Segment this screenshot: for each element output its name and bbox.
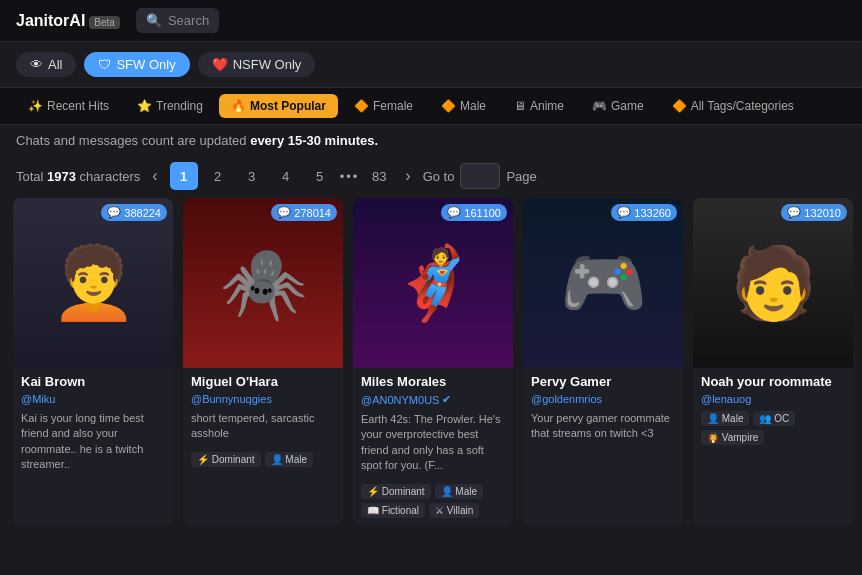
filter-sfw-label: SFW Only (116, 57, 175, 72)
page-3-button[interactable]: 3 (238, 162, 266, 190)
heart-icon: ❤️ (212, 57, 228, 72)
kai-name: Kai Brown (13, 368, 173, 391)
card-miguel-ohara[interactable]: 🕷️ 💬 278014 Miguel O'Hara @Bunnynuqgies … (183, 198, 343, 526)
noah-tags: 👤 Male 👥 OC 🧛 Vampire (693, 407, 853, 453)
cat-all-tags[interactable]: 🔶 All Tags/Categories (660, 94, 806, 118)
card-noah-image: 🧑 💬 132010 (693, 198, 853, 368)
eye-icon: 👁 (30, 57, 43, 72)
cat-anime[interactable]: 🖥 Anime (502, 94, 576, 118)
tag-dominant: ⚡ Dominant (361, 484, 431, 499)
miles-description: Earth 42s: The Prowler. He's your overpr… (353, 408, 513, 480)
kai-chat-count: 💬 388224 (101, 204, 167, 221)
search-icon: 🔍 (146, 13, 162, 28)
filter-all-label: All (48, 57, 62, 72)
card-kai-brown[interactable]: 🧑‍🦱 💬 388224 Kai Brown @Miku Kai is your… (13, 198, 173, 526)
page-1-button[interactable]: 1 (170, 162, 198, 190)
total-count-label: Total 1973 characters (16, 169, 140, 184)
cat-most-popular[interactable]: 🔥 Most Popular (219, 94, 338, 118)
card-pervy-image: 🎮 💬 133260 (523, 198, 683, 368)
card-miles-image: 🦸 💬 161100 (353, 198, 513, 368)
miguel-tags: ⚡ Dominant 👤 Male (183, 448, 343, 475)
cat-trending-label: Trending (156, 99, 203, 113)
tag-dominant: ⚡ Dominant (191, 452, 261, 467)
pervy-name: Pervy Gamer (523, 368, 683, 391)
kai-description: Kai is your long time best friend and al… (13, 407, 173, 479)
cat-alltags-label: All Tags/Categories (691, 99, 794, 113)
noah-author: @lenauog (693, 391, 853, 407)
page-2-button[interactable]: 2 (204, 162, 232, 190)
card-pervy-gamer[interactable]: 🎮 💬 133260 Pervy Gamer @goldenmrios Your… (523, 198, 683, 526)
card-miles-morales[interactable]: 🦸 💬 161100 Miles Morales @AN0NYM0US ✔ Ea… (353, 198, 513, 526)
search-box[interactable]: 🔍 Search (136, 8, 219, 33)
shield-icon: 🛡 (98, 57, 111, 72)
kai-author: @Miku (13, 391, 173, 407)
logo: JanitorAIBeta (16, 12, 120, 30)
prev-page-button[interactable]: ‹ (146, 165, 163, 187)
next-page-button[interactable]: › (399, 165, 416, 187)
page-5-button[interactable]: 5 (306, 162, 334, 190)
miguel-chat-count: 💬 278014 (271, 204, 337, 221)
goto-section: Go to Page (423, 163, 537, 189)
cat-anime-label: Anime (530, 99, 564, 113)
page-4-button[interactable]: 4 (272, 162, 300, 190)
miles-count-value: 161100 (464, 207, 501, 219)
miguel-count-value: 278014 (294, 207, 331, 219)
goto-input[interactable] (460, 163, 500, 189)
miguel-description: short tempered, sarcastic asshole (183, 407, 343, 448)
category-bar: ✨ Recent Hits ⭐ Trending 🔥 Most Popular … (0, 87, 862, 125)
tag-male: 👤 Male (265, 452, 313, 467)
cat-trending[interactable]: ⭐ Trending (125, 94, 215, 118)
card-miguel-image: 🕷️ 💬 278014 (183, 198, 343, 368)
goto-label: Go to (423, 169, 455, 184)
cat-male-label: Male (460, 99, 486, 113)
tag-male: 👤 Male (701, 411, 749, 426)
search-placeholder: Search (168, 13, 209, 28)
cat-game[interactable]: 🎮 Game (580, 94, 656, 118)
miles-name: Miles Morales (353, 368, 513, 391)
tag-oc: 👥 OC (753, 411, 795, 426)
cat-male[interactable]: 🔶 Male (429, 94, 498, 118)
cards-container: 🧑‍🦱 💬 388224 Kai Brown @Miku Kai is your… (0, 198, 862, 526)
total-number: 1973 (47, 169, 76, 184)
miles-chat-count: 💬 161100 (441, 204, 507, 221)
tag-villain: ⚔ Villain (429, 503, 479, 518)
logo-text: JanitorAI (16, 12, 85, 29)
kai-count-value: 388224 (124, 207, 161, 219)
pervy-description: Your pervy gamer roommate that streams o… (523, 407, 683, 448)
cat-recent-hits[interactable]: ✨ Recent Hits (16, 94, 121, 118)
cat-game-label: Game (611, 99, 644, 113)
filter-sfw-button[interactable]: 🛡 SFW Only (84, 52, 189, 77)
filter-bar: 👁 All 🛡 SFW Only ❤️ NSFW Only (0, 42, 862, 87)
miles-tags: ⚡ Dominant 👤 Male 📖 Fictional ⚔ Villain (353, 480, 513, 526)
miguel-name: Miguel O'Hara (183, 368, 343, 391)
page-label: Page (506, 169, 536, 184)
card-noah-roommate[interactable]: 🧑 💬 132010 Noah your roommate @lenauog 👤… (693, 198, 853, 526)
miguel-author: @Bunnynuqgies (183, 391, 343, 407)
pervy-chat-count: 💬 133260 (611, 204, 677, 221)
tag-male: 👤 Male (435, 484, 483, 499)
tag-vampire: 🧛 Vampire (701, 430, 764, 445)
cat-popular-label: Most Popular (250, 99, 326, 113)
cat-recent-label: Recent Hits (47, 99, 109, 113)
card-kai-image: 🧑‍🦱 💬 388224 (13, 198, 173, 368)
info-bar: Chats and messages count are updated eve… (0, 125, 862, 156)
tag-fictional: 📖 Fictional (361, 503, 425, 518)
header: JanitorAIBeta 🔍 Search (0, 0, 862, 42)
cat-female[interactable]: 🔶 Female (342, 94, 425, 118)
pagination: Total 1973 characters ‹ 1 2 3 4 5 ••• 83… (0, 156, 862, 198)
noah-name: Noah your roommate (693, 368, 853, 391)
pervy-author: @goldenmrios (523, 391, 683, 407)
pervy-count-value: 133260 (634, 207, 671, 219)
ellipsis: ••• (340, 169, 360, 184)
miles-author: @AN0NYM0US ✔ (353, 391, 513, 408)
info-text: Chats and messages count are updated eve… (16, 133, 378, 148)
page-83-button[interactable]: 83 (365, 162, 393, 190)
beta-badge: Beta (89, 16, 120, 29)
filter-nsfw-button[interactable]: ❤️ NSFW Only (198, 52, 316, 77)
filter-all-button[interactable]: 👁 All (16, 52, 76, 77)
filter-nsfw-label: NSFW Only (233, 57, 302, 72)
noah-chat-count: 💬 132010 (781, 204, 847, 221)
noah-count-value: 132010 (804, 207, 841, 219)
cat-female-label: Female (373, 99, 413, 113)
